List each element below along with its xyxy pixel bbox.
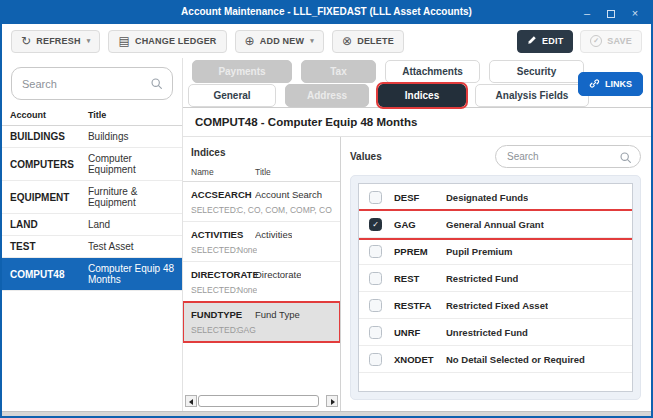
value-title: Unrestricted Fund <box>446 327 528 338</box>
value-code: UNRF <box>394 327 446 338</box>
value-code: REST <box>394 273 446 284</box>
value-title: Restricted Fund <box>446 273 518 284</box>
selected-label: SELECTED: <box>191 325 237 335</box>
tab-indices[interactable]: Indices <box>378 84 466 107</box>
values-panel: Values DESFDesignated Funds✓GAGGeneral A… <box>341 137 651 411</box>
value-code: GAG <box>394 219 446 230</box>
selected-label: SELECTED: <box>191 205 237 215</box>
checkbox-icon[interactable] <box>369 191 382 204</box>
checkbox-icon[interactable] <box>369 272 382 285</box>
scrollbar-track[interactable] <box>198 395 319 407</box>
account-code: TEST <box>2 236 80 258</box>
value-code: RESTFA <box>394 300 446 311</box>
index-row-fundtype[interactable]: FUNDTYPEFund TypeSELECTED:GAG <box>183 302 340 342</box>
window-bottom-strip <box>2 411 651 416</box>
account-title: Computer Equip 48 Months <box>80 258 182 291</box>
delete-label: DELETE <box>357 36 394 46</box>
edit-button[interactable]: EDIT <box>517 30 573 53</box>
maximize-button[interactable] <box>599 2 623 24</box>
tab-tax[interactable]: Tax <box>301 60 376 83</box>
value-code: DESF <box>394 192 446 203</box>
tab-general[interactable]: General <box>188 84 276 107</box>
value-row-rest[interactable]: RESTRestricted Fund <box>359 265 632 292</box>
account-row-test[interactable]: TESTTest Asset <box>2 236 182 258</box>
checkbox-checked-icon[interactable]: ✓ <box>369 218 382 231</box>
value-row-restfa[interactable]: RESTFARestricted Fixed Asset <box>359 292 632 319</box>
links-button[interactable]: LINKS <box>578 72 643 96</box>
minimize-button[interactable]: – <box>575 2 599 24</box>
value-row-gag[interactable]: ✓GAGGeneral Annual Grant <box>359 211 632 238</box>
tab-payments[interactable]: Payments <box>192 60 292 83</box>
account-row-land[interactable]: LANDLand <box>2 214 182 236</box>
checkbox-icon[interactable] <box>369 353 382 366</box>
selected-label: SELECTED: <box>191 285 237 295</box>
link-icon <box>589 78 600 91</box>
selected-values: GAG <box>237 325 256 335</box>
index-title: Account Search <box>255 189 322 200</box>
add-icon: ⊕ <box>245 35 255 47</box>
accounts-sidebar: Account Title BUILDINGSBuildingsCOMPUTER… <box>2 58 183 411</box>
index-row-main: DIRECTORATEDirectorate <box>191 269 332 280</box>
index-title: Directorate <box>255 269 301 280</box>
toolbar: ↻ REFRESH ▾ ▤ CHANGE LEDGER ⊕ ADD NEW ▾ … <box>2 24 651 58</box>
window-title: Account Maintenance - LLL_FIXEDAST (LLL … <box>2 6 651 17</box>
account-title: Test Asset <box>80 236 182 258</box>
index-name: ACCSEARCH <box>191 189 255 200</box>
index-row-main: FUNDTYPEFund Type <box>191 309 332 320</box>
account-row-comput48[interactable]: COMPUT48Computer Equip 48 Months <box>2 258 182 291</box>
add-new-button[interactable]: ⊕ ADD NEW ▾ <box>235 30 324 53</box>
close-button[interactable]: × <box>623 2 647 24</box>
account-row-equipment[interactable]: EQUIPMENTFurniture & Equipment <box>2 181 182 214</box>
checkbox-icon[interactable] <box>369 299 382 312</box>
chevron-down-icon: ▾ <box>310 37 314 45</box>
selected-values: C, CO, COM, COMP, COMPU, CO <box>237 205 332 215</box>
account-title: Land <box>80 214 182 236</box>
value-title: Restricted Fixed Asset <box>446 300 548 311</box>
index-title: Activities <box>255 229 292 240</box>
account-code: BUILDINGS <box>2 126 80 148</box>
index-row-directorate[interactable]: DIRECTORATEDirectorateSELECTED:None <box>183 262 340 302</box>
change-ledger-button[interactable]: ▤ CHANGE LEDGER <box>108 30 226 53</box>
ledger-icon: ▤ <box>118 35 130 47</box>
account-search-input[interactable] <box>11 67 173 100</box>
selected-values: None <box>237 245 257 255</box>
tab-analysis-fields[interactable]: Analysis Fields <box>475 84 589 107</box>
scroll-right-icon[interactable] <box>326 395 338 407</box>
account-code: COMPUTERS <box>2 148 80 181</box>
account-code: EQUIPMENT <box>2 181 80 214</box>
values-label: Values <box>350 151 382 162</box>
edit-label: EDIT <box>542 36 563 46</box>
index-row-selected: SELECTED:GAG <box>191 325 332 335</box>
save-label: SAVE <box>607 36 632 46</box>
value-row-unrf[interactable]: UNRFUnrestricted Fund <box>359 319 632 346</box>
search-icon <box>619 151 632 164</box>
tab-address[interactable]: Address <box>285 84 369 107</box>
account-code: COMPUT48 <box>2 258 80 291</box>
save-button[interactable]: ✓ SAVE <box>580 30 642 53</box>
account-row-computers[interactable]: COMPUTERSComputer Equipment <box>2 148 182 181</box>
refresh-button[interactable]: ↻ REFRESH ▾ <box>11 30 100 53</box>
scroll-left-icon[interactable] <box>185 395 197 407</box>
accounts-column-account: Account <box>2 108 80 126</box>
selected-label: SELECTED: <box>191 245 237 255</box>
checkbox-icon[interactable] <box>369 326 382 339</box>
account-title: Furniture & Equipment <box>80 181 182 214</box>
value-row-xnodet[interactable]: XNODETNo Detail Selected or Required <box>359 346 632 373</box>
index-row-activities[interactable]: ACTIVITIESActivitiesSELECTED:None <box>183 222 340 262</box>
value-row-desf[interactable]: DESFDesignated Funds <box>359 184 632 211</box>
indices-label: Indices <box>183 137 340 167</box>
value-title: No Detail Selected or Required <box>446 354 585 365</box>
index-row-accsearch[interactable]: ACCSEARCHAccount SearchSELECTED:C, CO, C… <box>183 182 340 222</box>
accounts-table: Account Title BUILDINGSBuildingsCOMPUTER… <box>2 108 182 291</box>
delete-icon: ⊗ <box>342 35 352 47</box>
account-row-buildings[interactable]: BUILDINGSBuildings <box>2 126 182 148</box>
horizontal-scrollbar[interactable] <box>185 395 338 407</box>
value-code: XNODET <box>394 354 446 365</box>
checkbox-icon[interactable] <box>369 245 382 258</box>
value-row-pprem[interactable]: PPREMPupil Premium <box>359 238 632 265</box>
index-title: Fund Type <box>255 309 300 320</box>
tab-security[interactable]: Security <box>489 60 584 83</box>
tab-attachments[interactable]: Attachments <box>385 60 480 83</box>
index-row-main: ACTIVITIESActivities <box>191 229 332 240</box>
delete-button[interactable]: ⊗ DELETE <box>332 30 404 53</box>
